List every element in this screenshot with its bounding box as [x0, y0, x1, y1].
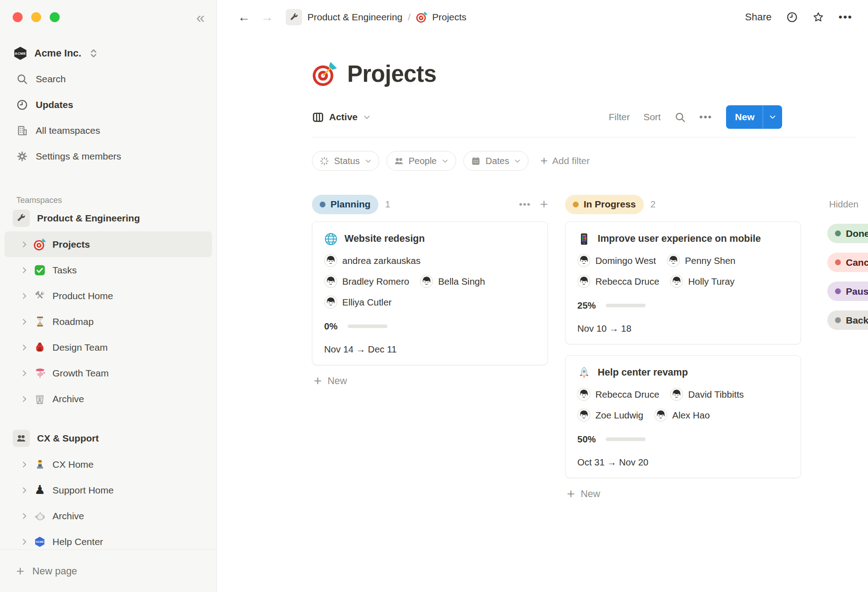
notion-window: « ACME Acme Inc. Search Updates [0, 0, 868, 592]
filter-button[interactable]: Filter [609, 112, 630, 122]
person: Rebecca Druce [577, 388, 659, 401]
clock-icon[interactable] [786, 11, 798, 23]
star-icon[interactable] [812, 11, 824, 23]
status-pill-label: In Progress [584, 199, 636, 210]
hidden-status-canceled[interactable]: Canceled [827, 253, 868, 272]
person: Bella Singh [420, 275, 485, 288]
breadcrumb-root[interactable]: Product & Engineering [307, 12, 402, 23]
status-pill-in-progress[interactable]: In Progress [565, 195, 644, 214]
sidebar-item-all-teamspaces[interactable]: All teamspaces [0, 117, 217, 143]
search-icon[interactable] [675, 112, 686, 123]
status-pill-label: Canceled [846, 257, 868, 268]
sidebar-collapse-icon[interactable]: « [196, 9, 205, 25]
chevron-right-icon [20, 486, 29, 495]
sidebar-item-archive-cx[interactable]: Archive [5, 503, 212, 529]
status-pill-label: Backlog [846, 315, 868, 326]
avatar [670, 388, 683, 401]
card-website-redesign[interactable]: Website redesign andrea zarkauskas Bradl… [312, 221, 548, 365]
chevron-right-icon [20, 343, 29, 352]
sidebar-item-help-center[interactable]: ACME Help Center [5, 529, 212, 550]
hidden-status-paused[interactable]: Paused [827, 282, 868, 301]
chevron-right-icon [20, 512, 29, 521]
back-arrow-icon[interactable]: ← [238, 11, 250, 23]
sidebar-item-projects[interactable]: Projects [5, 231, 212, 257]
more-icon[interactable]: ••• [839, 11, 853, 23]
workspace-name: Acme Inc. [34, 47, 81, 59]
teamspace-product-engineering[interactable]: Product & Engineering [0, 205, 217, 231]
column-header: Planning 1 ••• + [312, 194, 548, 214]
hidden-status-done[interactable]: Done [827, 224, 868, 243]
add-card-label: New [328, 376, 347, 387]
column-add-icon[interactable]: + [540, 197, 548, 211]
view-bar: Active Filter Sort ••• New [312, 105, 782, 129]
add-card-button[interactable]: + New [565, 487, 801, 501]
sidebar-item-tasks[interactable]: Tasks [5, 257, 212, 283]
card-improve-ux-mobile[interactable]: Improve user experience on mobile Doming… [565, 221, 801, 344]
sort-button[interactable]: Sort [643, 112, 661, 122]
people-icon [13, 430, 30, 447]
column-more-icon[interactable]: ••• [519, 199, 531, 210]
page-title[interactable]: Projects [347, 61, 436, 87]
person-name: Elliya Cutler [342, 297, 392, 308]
chevron-down-icon [514, 157, 521, 165]
column-count: 2 [651, 199, 656, 210]
sidebar-item-search[interactable]: Search [0, 66, 217, 92]
person: Holly Turay [670, 275, 735, 288]
column-planning: Planning 1 ••• + Website redesign [312, 194, 548, 388]
kanban-board: Planning 1 ••• + Website redesign [312, 194, 868, 501]
sidebar-item-updates[interactable]: Updates [0, 92, 217, 117]
breadcrumb-current[interactable]: Projects [416, 11, 467, 23]
chevron-down-icon [364, 157, 372, 165]
person-name: David Tibbitts [688, 389, 744, 400]
card-dates: Oct 31 → Nov 20 [577, 457, 789, 468]
chevron-down-icon [769, 113, 777, 121]
sidebar-item-design-team[interactable]: Design Team [5, 334, 212, 360]
workspace-switcher[interactable]: ACME Acme Inc. [0, 41, 217, 66]
column-count: 1 [385, 199, 391, 210]
card-people: Domingo West Penny Shen Rebecca Druce Ho… [577, 254, 789, 288]
forward-arrow-icon[interactable]: → [261, 11, 273, 23]
card-help-center-revamp[interactable]: Help center revamp Rebecca Druce David T… [565, 355, 801, 478]
sidebar-item-settings[interactable]: Settings & members [0, 143, 217, 169]
progress-label: 0% [324, 321, 338, 332]
status-pill-planning[interactable]: Planning [312, 195, 378, 214]
add-filter-label: Add filter [552, 155, 590, 166]
sidebar-item-label: All teamspaces [36, 125, 100, 136]
new-dropdown-button[interactable] [763, 113, 782, 121]
chevron-right-icon [20, 291, 29, 301]
view-more-icon[interactable]: ••• [699, 111, 712, 123]
card-title: Website redesign [344, 232, 425, 246]
new-page-button[interactable]: + New page [0, 550, 217, 592]
sidebar-item-support-home[interactable]: ♟ Support Home [5, 477, 212, 503]
target-icon [33, 238, 46, 251]
card-dates: Nov 14 → Dec 11 [324, 344, 536, 355]
chevron-right-icon [20, 369, 29, 378]
dates-filter-chip[interactable]: Dates [463, 151, 528, 171]
people-filter-chip[interactable]: People [387, 151, 456, 171]
page-title-row: Projects [312, 61, 868, 87]
teamspace-cx-support[interactable]: CX & Support [0, 425, 217, 451]
sidebar-item-growth-team[interactable]: Growth Team [5, 360, 212, 386]
new-button[interactable]: New [726, 105, 782, 129]
check-icon [33, 264, 46, 277]
status-filter-chip[interactable]: Status [312, 151, 379, 171]
rocket-icon [577, 366, 591, 380]
add-filter-button[interactable]: + Add filter [540, 155, 590, 167]
globe-icon [324, 232, 338, 246]
sidebar-item-roadmap[interactable]: Roadmap [5, 309, 212, 334]
sidebar-item-archive-pe[interactable]: Archive [5, 386, 212, 412]
close-window-button[interactable] [13, 12, 23, 22]
progress-row: 25% [577, 300, 789, 311]
chevron-down-icon [363, 113, 371, 122]
minimize-window-button[interactable] [31, 12, 41, 22]
sidebar-item-product-home[interactable]: Product Home [5, 283, 212, 309]
breadcrumb-teamspace[interactable] [286, 9, 302, 25]
sidebar-item-cx-home[interactable]: CX Home [5, 451, 212, 477]
avatar [654, 409, 667, 422]
view-tab-active[interactable]: Active [312, 111, 371, 123]
zoom-window-button[interactable] [50, 12, 60, 22]
chevron-right-icon [20, 240, 29, 249]
add-card-button[interactable]: + New [312, 374, 548, 388]
share-button[interactable]: Share [745, 11, 772, 23]
hidden-status-backlog[interactable]: Backlog [827, 310, 868, 330]
